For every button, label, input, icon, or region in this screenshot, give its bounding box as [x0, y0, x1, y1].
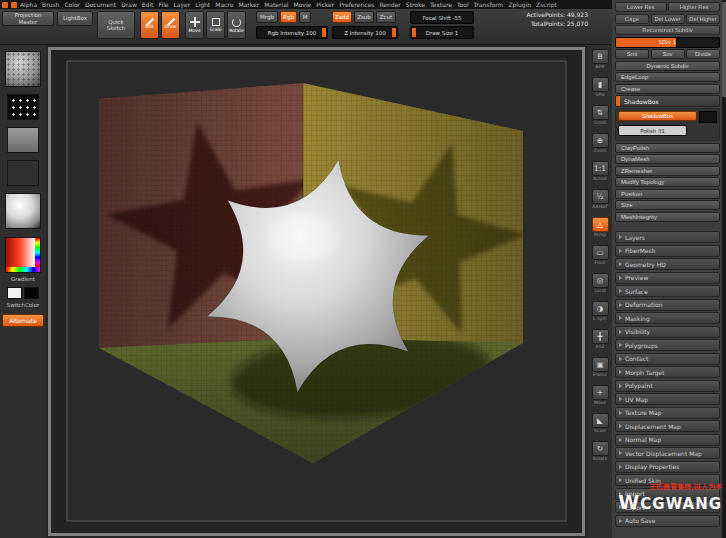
color-picker-field[interactable] [6, 238, 35, 267]
shadowbox-section-header[interactable]: ShadowBox [615, 95, 720, 107]
subpalette-header[interactable]: Surface [615, 285, 720, 297]
menu-item[interactable]: Picker [316, 0, 334, 9]
menu-item[interactable]: Stroke [406, 0, 425, 9]
subpalette-header[interactable]: Visibility [615, 326, 720, 338]
shelf-icon-button[interactable]: ▭ Floor [592, 245, 609, 266]
shadowbox-toggle-button[interactable]: ShadowBox [618, 111, 697, 121]
scale-mode-button[interactable]: Scale [206, 11, 225, 39]
edit-mode-button[interactable]: Edit [140, 11, 159, 39]
shelf-icon-button[interactable]: + Move [592, 385, 609, 406]
zadd-button[interactable]: Zadd [332, 11, 352, 23]
subpalette-header[interactable]: FiberMesh [615, 245, 720, 257]
geometry-tool-button[interactable]: ClayPolish [615, 143, 720, 153]
subpalette-header[interactable]: Morph Target [615, 366, 720, 378]
menu-item[interactable]: Marker [238, 0, 259, 9]
subpalette-header[interactable]: Preview [615, 272, 720, 284]
alternate-button[interactable]: Alternate [2, 314, 44, 327]
quick-sketch-button[interactable]: Quick Sketch [97, 11, 135, 39]
shadowbox-scene[interactable] [51, 50, 582, 533]
menu-item[interactable]: Zplugin [508, 0, 531, 9]
subpalette-header[interactable]: Export [615, 501, 720, 513]
menu-item[interactable]: Light [195, 0, 210, 9]
subpalette-header[interactable]: Texture Map [615, 407, 720, 419]
shelf-icon-button[interactable]: ⇅ Scroll [592, 105, 609, 126]
tool-button[interactable]: Higher Res [668, 2, 720, 12]
menu-item[interactable]: Movie [294, 0, 312, 9]
tool-button[interactable]: Lower Res [615, 2, 667, 12]
menu-item[interactable]: Material [264, 0, 288, 9]
edgeloop-button[interactable]: EdgeLoop [615, 72, 720, 82]
subpalette-header[interactable]: Polypaint [615, 380, 720, 392]
tool-button[interactable]: Reconstruct Subdiv [615, 25, 720, 35]
menu-item[interactable]: Preferences [339, 0, 374, 9]
secondary-color-swatch[interactable] [24, 287, 39, 299]
subpalette-header[interactable]: Layers [615, 231, 720, 243]
shelf-icon-button[interactable]: B BPR [592, 49, 609, 70]
z-intensity-slider[interactable]: Z Intensity 100 [332, 26, 398, 39]
subpalette-header[interactable]: Unified Skin [615, 474, 720, 486]
rgb-button[interactable]: Rgb [280, 11, 297, 23]
mrgb-button[interactable]: Mrgb [256, 11, 278, 23]
tool-button[interactable]: Del Lower [651, 14, 685, 24]
canvas[interactable] [51, 50, 582, 533]
rgb-intensity-slider[interactable]: Rgb Intensity 100 [256, 26, 328, 39]
color-picker[interactable] [5, 237, 41, 273]
menu-item[interactable]: Alpha [20, 0, 37, 9]
subpalette-header[interactable]: Deformation [615, 299, 720, 311]
material-thumbnail[interactable] [5, 193, 41, 229]
tool-button[interactable]: Smt [615, 49, 649, 59]
menu-item[interactable]: Edit [142, 0, 154, 9]
alpha-thumbnail[interactable] [7, 127, 39, 153]
menu-item[interactable]: Layer [174, 0, 191, 9]
subpalette-header[interactable]: Displacement Map [615, 420, 720, 432]
geometry-tool-button[interactable]: Position [615, 189, 720, 199]
menu-item[interactable]: Document [85, 0, 116, 9]
projection-master-button[interactable]: Projection Master [2, 11, 54, 26]
menu-item[interactable]: Brush [42, 0, 59, 9]
texture-thumbnail[interactable] [7, 160, 39, 186]
geometry-tool-button[interactable]: MeshIntegrity [615, 212, 720, 222]
shelf-icon-button[interactable]: ⊕ Zoom [592, 133, 609, 154]
focal-shift-slider[interactable]: Focal Shift -55 [410, 11, 474, 24]
geometry-tool-button[interactable]: Size [615, 200, 720, 210]
geometry-tool-button[interactable]: ZRemesher [615, 166, 720, 176]
shelf-icon-button[interactable]: ◑ L.Sym [592, 301, 609, 322]
subpalette-header[interactable]: Geometry HD [615, 258, 720, 270]
menu-item[interactable]: Tool [457, 0, 469, 9]
geometry-tool-button[interactable]: Modify Topology [615, 177, 720, 187]
shadowbox-res-box[interactable] [699, 111, 717, 123]
switchcolor-label[interactable]: SwitchColor [7, 302, 40, 309]
scrollbar-thumb[interactable] [722, 2, 726, 97]
menu-item[interactable]: Transform [474, 0, 504, 9]
panel-scrollbar[interactable] [722, 0, 726, 538]
menu-item[interactable]: Color [64, 0, 80, 9]
shelf-icon-button[interactable]: ◎ Local [592, 273, 609, 294]
shelf-icon-button[interactable]: ◣ Scale [592, 413, 609, 434]
gradient-label[interactable]: Gradient [11, 276, 35, 283]
subpalette-header[interactable]: Normal Map [615, 434, 720, 446]
shelf-icon-button[interactable]: 1:1 Actual [592, 161, 609, 182]
stroke-type-thumbnail[interactable] [7, 94, 39, 120]
zcut-button[interactable]: Zcut [376, 11, 396, 23]
shelf-icon-button[interactable]: ╋ XYZ [592, 329, 609, 350]
menu-item[interactable]: Macro [215, 0, 233, 9]
tool-button[interactable]: Cage [615, 14, 649, 24]
tool-button[interactable]: Del Higher [686, 14, 720, 24]
draw-size-slider[interactable]: Draw Size 1 [410, 26, 474, 39]
crease-button[interactable]: Crease [615, 84, 720, 94]
polish-slider[interactable]: Polish 31 [618, 125, 687, 136]
menu-item[interactable]: Render [379, 0, 400, 9]
shelf-icon-button[interactable]: ▮ SPix [592, 77, 609, 98]
m-button[interactable]: M [299, 11, 311, 23]
subpalette-header[interactable]: Import [615, 488, 720, 500]
tool-button[interactable]: Dynamic Subdiv [615, 61, 720, 71]
menu-item[interactable]: File [158, 0, 168, 9]
slider-thumb[interactable] [411, 27, 417, 38]
subpalette-header[interactable]: Masking [615, 312, 720, 324]
geometry-tool-button[interactable]: DynaMesh [615, 154, 720, 164]
sdiv-slider[interactable]: SDiv 1 [615, 37, 720, 48]
subpalette-header[interactable]: Auto Save [615, 515, 720, 527]
main-color-swatch[interactable] [7, 287, 22, 299]
current-brush-thumbnail[interactable] [5, 51, 41, 87]
shelf-icon-button[interactable]: ↻ Rotate [592, 441, 609, 462]
